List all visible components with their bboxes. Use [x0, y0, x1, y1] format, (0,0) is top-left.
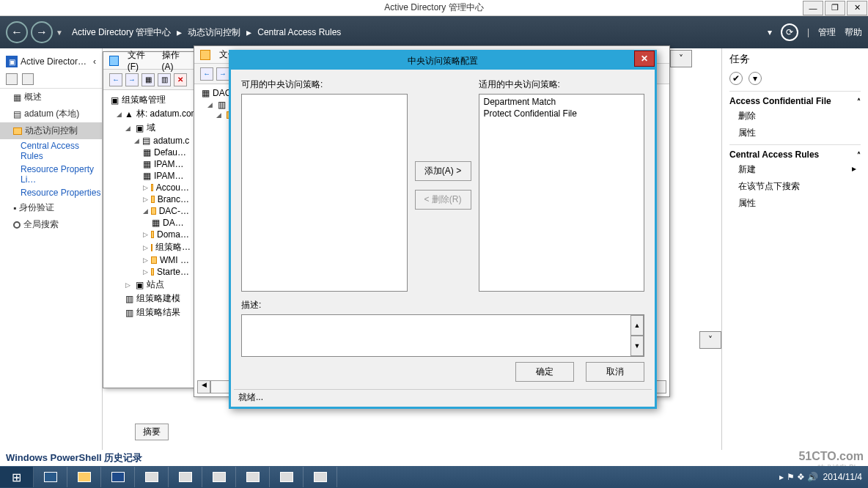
- start-button[interactable]: ⊞: [0, 467, 34, 487]
- tree-root[interactable]: ▣组策略管理: [108, 93, 189, 107]
- expand-down-button[interactable]: ˅: [670, 50, 692, 67]
- nav-overview[interactable]: ▦概述: [0, 89, 102, 106]
- breadcrumb-1[interactable]: 动态访问控制: [188, 26, 240, 39]
- tree-view-icon[interactable]: [22, 73, 34, 85]
- arrow-down-icon: ◢: [143, 207, 148, 215]
- taskbar-explorer[interactable]: [67, 467, 101, 487]
- scroll-down-icon[interactable]: ▼: [630, 336, 644, 356]
- tray-icons[interactable]: ▸ ⚑ ❖ 🔊: [779, 472, 818, 482]
- taskbar-app[interactable]: [236, 467, 270, 487]
- nav-dac[interactable]: 动态访问控制: [0, 122, 102, 139]
- tree-ou[interactable]: ▷组策略…: [108, 240, 189, 254]
- section-access-confidential[interactable]: Access Confidential File˄: [729, 91, 861, 108]
- taskbar-app[interactable]: [270, 467, 304, 487]
- nav-global-search[interactable]: 全局搜索: [0, 216, 102, 233]
- ok-button[interactable]: 确定: [515, 362, 574, 382]
- auth-icon: ▪: [13, 203, 16, 213]
- dropdown-icon[interactable]: ▾: [768, 27, 772, 37]
- tree-sites[interactable]: ▷▣站点: [108, 278, 189, 292]
- tasks-action-icon[interactable]: ✔: [729, 72, 743, 85]
- menu-file[interactable]: 文件(F): [128, 49, 153, 72]
- manage-link[interactable]: 管理: [818, 26, 836, 39]
- summary-tab-button[interactable]: 摘要: [135, 424, 169, 440]
- back-icon[interactable]: ←: [200, 67, 213, 81]
- scroll-up-icon[interactable]: ▲: [630, 315, 644, 336]
- list-item[interactable]: Department Match: [481, 96, 643, 108]
- tree-ou[interactable]: ▷WMI …: [108, 254, 189, 266]
- tree-ou[interactable]: ▷Starte…: [108, 266, 189, 278]
- nav-resource-property-lists[interactable]: Resource Property Li…: [0, 163, 102, 186]
- task-new[interactable]: 新建▸: [729, 161, 861, 178]
- collapse-down-button[interactable]: ˅: [699, 331, 721, 349]
- breadcrumb: Active Directory 管理中心 ▸ 动态访问控制 ▸ Central…: [72, 26, 341, 39]
- maximize-button[interactable]: ❐: [825, 1, 845, 15]
- nav-auth[interactable]: ▪身份验证: [0, 199, 102, 216]
- system-tray[interactable]: ▸ ⚑ ❖ 🔊 2014/11/4: [773, 472, 868, 482]
- taskbar-app[interactable]: [135, 467, 169, 487]
- tree-gpo[interactable]: ▦DA…: [108, 217, 189, 229]
- back-button[interactable]: ←: [6, 21, 28, 43]
- header-ribbon: ← → ▼ Active Directory 管理中心 ▸ 动态访问控制 ▸ C…: [0, 16, 868, 48]
- tree-ou[interactable]: ▷Doma…: [108, 229, 189, 240]
- mmc-icon: ▣: [111, 95, 119, 106]
- forward-icon[interactable]: →: [216, 67, 229, 81]
- remove-button[interactable]: < 删除(R): [415, 190, 471, 210]
- nav-resource-properties[interactable]: Resource Properties: [0, 186, 102, 199]
- tree-gpo[interactable]: ▦Defau…: [108, 147, 189, 158]
- up-icon[interactable]: ▦: [141, 73, 155, 86]
- taskbar-powershell[interactable]: [101, 467, 135, 487]
- back-icon[interactable]: ←: [109, 73, 122, 86]
- section-central-access-rules[interactable]: Central Access Rules˄: [729, 144, 861, 161]
- tree-gpo[interactable]: ▦IPAM…: [108, 170, 189, 182]
- powershell-history-label[interactable]: Windows PowerShell 历史记录: [6, 451, 862, 465]
- refresh-icon[interactable]: ▥: [158, 73, 171, 86]
- applied-listbox[interactable]: Department Match Protect Confidential Fi…: [479, 94, 645, 292]
- list-item[interactable]: Protect Confidential File: [481, 108, 643, 119]
- cancel-button[interactable]: 取消: [586, 362, 644, 382]
- breadcrumb-2[interactable]: Central Access Rules: [257, 27, 341, 37]
- forward-icon[interactable]: →: [125, 73, 139, 86]
- taskbar-app[interactable]: [169, 467, 202, 487]
- taskbar-server-manager[interactable]: [34, 467, 67, 487]
- refresh-icon[interactable]: ⟳: [781, 23, 798, 41]
- pin-icon[interactable]: ‹: [93, 56, 96, 67]
- scroll-left-icon[interactable]: ◀: [197, 380, 210, 393]
- nav-dropdown-icon[interactable]: ▼: [56, 29, 63, 37]
- folder-icon: [151, 207, 156, 215]
- tree-domain[interactable]: ◢▤adatum.c: [108, 135, 189, 147]
- tree-results[interactable]: ▥组策略结果: [108, 306, 189, 319]
- close-button[interactable]: ✕: [847, 1, 867, 15]
- nav-central-access-rules[interactable]: Central Access Rules: [0, 139, 102, 163]
- task-delete[interactable]: 删除: [729, 108, 861, 125]
- taskbar-app[interactable]: [202, 467, 236, 487]
- description-textbox[interactable]: ▲ ▼: [241, 314, 644, 357]
- task-search-node[interactable]: 在该节点下搜索: [729, 178, 861, 195]
- tree-ou-dac[interactable]: ◢DAC-…: [108, 205, 189, 217]
- tree-domains[interactable]: ◢▣域: [108, 121, 189, 135]
- dialog-close-button[interactable]: ✕: [634, 51, 655, 67]
- tree-ou[interactable]: ▷Branc…: [108, 193, 189, 205]
- available-listbox[interactable]: [241, 94, 408, 292]
- arrow-right-icon: ▷: [125, 281, 133, 289]
- taskbar-app[interactable]: [304, 467, 337, 487]
- nav-adatum[interactable]: ▤adatum (本地): [0, 106, 102, 122]
- task-properties-1[interactable]: 属性: [729, 125, 861, 141]
- folder-icon: [151, 184, 153, 191]
- minimize-button[interactable]: —: [803, 1, 823, 15]
- breadcrumb-root[interactable]: Active Directory 管理中心: [72, 26, 171, 39]
- delete-icon[interactable]: ✕: [174, 73, 187, 86]
- folder-icon: [151, 268, 154, 276]
- list-view-icon[interactable]: [6, 73, 18, 85]
- add-button[interactable]: 添加(A) >: [415, 161, 471, 181]
- tree-modeling[interactable]: ▥组策略建模: [108, 292, 189, 306]
- tree-gpo[interactable]: ▦IPAM…: [108, 158, 189, 170]
- gpo-icon: ▦: [143, 171, 151, 181]
- menu-action[interactable]: 操作(A): [162, 49, 188, 72]
- tree-forest[interactable]: ◢▲林: adatum.com: [108, 107, 189, 121]
- tasks-menu-icon[interactable]: ▾: [749, 72, 762, 85]
- tree-ou[interactable]: ▷Accou…: [108, 182, 189, 193]
- task-properties-2[interactable]: 属性: [729, 195, 861, 212]
- help-link[interactable]: 帮助: [845, 26, 862, 39]
- applied-label: 适用的中央访问策略:: [479, 78, 645, 91]
- forward-button[interactable]: →: [31, 21, 53, 43]
